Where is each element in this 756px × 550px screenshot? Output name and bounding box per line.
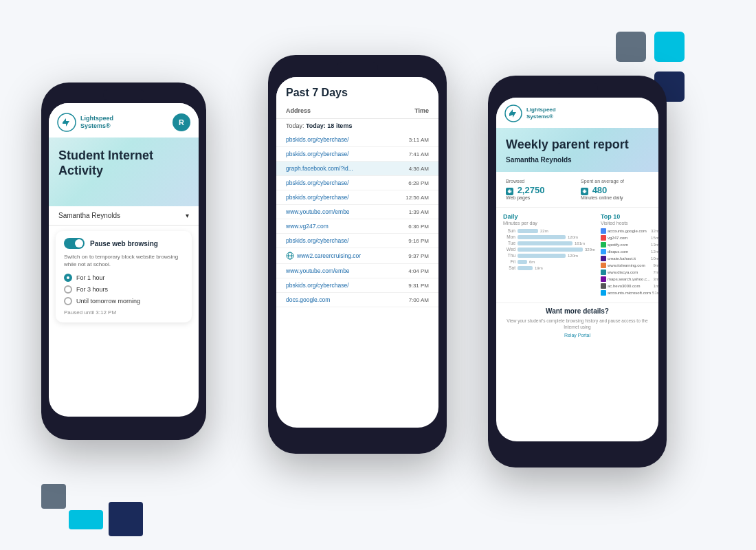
spent-stat: Spent an average of ⊕ 480 Minutes online… — [581, 179, 649, 200]
radio-dot-1 — [64, 274, 72, 282]
radio-3-hours[interactable]: For 3 hours — [64, 285, 184, 294]
deco-block-6 — [109, 502, 143, 536]
deco-block-4 — [41, 484, 66, 509]
phone2-screen: Past 7 Days Address Time Today: Today: 1… — [276, 77, 438, 428]
phone3-notch — [557, 82, 598, 94]
daily-title: Daily — [503, 213, 595, 220]
site-row-2: spotify.com 13m — [601, 242, 658, 248]
top-subtitle: Visited hosts — [601, 221, 658, 226]
url-row-9: www.youtube.com/embe 4:04 PM — [276, 264, 438, 278]
radio-tomorrow[interactable]: Until tomorrow morning — [64, 297, 184, 305]
radio-1-hour[interactable]: For 1 hour — [64, 274, 184, 282]
site-row-7: maps.search.yahoo.c... 3m — [601, 276, 658, 282]
phone1-avatar: R — [173, 113, 190, 131]
phone-past-7-days: Past 7 Days Address Time Today: Today: 1… — [268, 55, 447, 454]
url-row-8: www2.careercruising.cor 9:37 PM — [276, 248, 438, 264]
report-student-name: Samantha Reynolds — [506, 156, 649, 164]
relay-portal-link[interactable]: Relay Portal — [496, 333, 658, 342]
url-row-5: www.youtube.com/embe 1:39 AM — [276, 205, 438, 219]
phone3-logo-icon — [504, 104, 522, 122]
site-row-3: disqus.com 12m — [601, 249, 658, 254]
report-title: Weekly parent report — [506, 138, 649, 152]
site-row-9: accounts.microsoft.com 51s — [601, 290, 658, 296]
want-more-desc: View your student's complete browsing hi… — [496, 318, 658, 333]
radio-dot-3 — [64, 297, 72, 305]
column-headers: Address Time — [276, 104, 438, 119]
phone1-hero: Student Internet Activity — [49, 138, 199, 206]
spent-sub: Minutes online daily — [581, 195, 649, 200]
phone3-screen: Lightspeed Systems® Weekly parent report… — [496, 98, 658, 441]
phone1-header: Lightspeed Systems® R — [49, 103, 199, 138]
phone-weekly-report: Lightspeed Systems® Weekly parent report… — [488, 76, 667, 468]
phone-student-activity: Lightspeed Systems® R Student Internet A… — [41, 82, 206, 440]
col-address: Address — [286, 107, 311, 114]
phone1-logo: Lightspeed Systems® — [57, 113, 113, 132]
spent-value: ⊕ 480 — [581, 185, 649, 195]
toggle-description: Switch on to temporary block website bro… — [64, 253, 184, 268]
browsed-stat: Browsed ⊕ 2,2750 Web pages — [506, 179, 574, 200]
phone3-hero: Weekly parent report Samantha Reynolds — [496, 128, 658, 172]
deco-block-2 — [654, 32, 685, 62]
want-more-title: Want more details? — [496, 302, 658, 318]
bar-mon: Mon 120m — [503, 234, 595, 239]
phone1-title: Student Internet Activity — [58, 148, 189, 178]
pause-browsing-card: Pause web browsing Switch on to temporar… — [56, 231, 192, 322]
deco-block-5 — [69, 510, 103, 529]
site-row-4: create.kahoot.it 10m — [601, 256, 658, 261]
url-row-6: www.vg247.com 6:36 PM — [276, 219, 438, 234]
daily-subtitle: Minutes per day — [503, 221, 595, 226]
stats-row: Browsed ⊕ 2,2750 Web pages Spent an aver… — [496, 172, 658, 208]
bar-tue: Tue 161m — [503, 241, 595, 245]
phone3-logo-text: Lightspeed Systems® — [526, 107, 556, 120]
url-row-4: pbskids.org/cyberchase/ 12:56 AM — [276, 190, 438, 205]
phone2-header: Past 7 Days — [276, 77, 438, 104]
daily-chart: Daily Minutes per day Sun 22m Mon 120m T… — [503, 213, 595, 297]
site-row-6: www.discya.com 7m — [601, 270, 658, 275]
site-row-1: vg247.com 15m — [601, 235, 658, 241]
phone1-screen: Lightspeed Systems® R Student Internet A… — [49, 103, 199, 417]
bar-wed: Wed 329m — [503, 247, 595, 252]
phone2-title: Past 7 Days — [286, 87, 429, 99]
globe-icon — [286, 252, 294, 260]
browsed-label: Browsed — [506, 179, 574, 184]
top-sites-chart: Top 10 Visited hosts accounts.google.com… — [601, 213, 658, 297]
radio-dot-2 — [64, 285, 72, 294]
student-name: Samantha Reynolds — [58, 212, 120, 219]
url-row-10: pbskids.org/cyberchase/ 9:31 PM — [276, 278, 438, 293]
phone2-notch — [337, 62, 378, 73]
phone1-logo-text: Lightspeed Systems® — [80, 115, 113, 130]
bar-sun: Sun 22m — [503, 228, 595, 233]
browsed-value: ⊕ 2,2750 — [506, 185, 574, 195]
url-row-1: pbskids.org/cyberchase/ 7:41 AM — [276, 147, 438, 162]
bar-sat: Sat 19m — [503, 265, 595, 270]
col-time: Time — [414, 107, 429, 114]
pause-toggle[interactable] — [64, 238, 85, 249]
phone3-header: Lightspeed Systems® — [496, 98, 658, 128]
top-title: Top 10 — [601, 213, 658, 220]
spent-label: Spent an average of — [581, 179, 649, 184]
browsed-sub: Web pages — [506, 195, 574, 200]
lightspeed-logo-icon — [57, 113, 76, 132]
duration-options: For 1 hour For 3 hours Until tomorrow mo… — [64, 274, 184, 305]
toggle-row: Pause web browsing — [64, 238, 184, 249]
student-selector[interactable]: Samantha Reynolds ▾ — [49, 206, 199, 226]
url-row-11: docs.google.com 7:00 AM — [276, 293, 438, 307]
url-row-2: graph.facebook.com/?id... 4:36 AM — [276, 162, 438, 176]
phone1-notch — [103, 89, 144, 100]
paused-status: Paused until 3:12 PM — [64, 309, 184, 316]
site-row-5: www.itslearning.com 9m — [601, 263, 658, 268]
today-header: Today: Today: 18 items — [276, 119, 438, 133]
charts-section: Daily Minutes per day Sun 22m Mon 120m T… — [496, 208, 658, 302]
chevron-down-icon: ▾ — [186, 212, 189, 219]
url-row-0: pbskids.org/cyberchase/ 3:11 AM — [276, 133, 438, 147]
bar-thu: Thu 120m — [503, 253, 595, 258]
url-row-3: pbskids.org/cyberchase/ 6:28 PM — [276, 176, 438, 190]
site-row-0: accounts.google.com 32m — [601, 228, 658, 234]
site-row-8: ac.hevo3000.com 1m — [601, 283, 658, 289]
deco-block-1 — [616, 32, 646, 62]
url-row-7: pbskids.org/cyberchase/ 9:16 PM — [276, 234, 438, 248]
bar-fri: Fri 6m — [503, 259, 595, 264]
toggle-label: Pause web browsing — [90, 240, 158, 248]
